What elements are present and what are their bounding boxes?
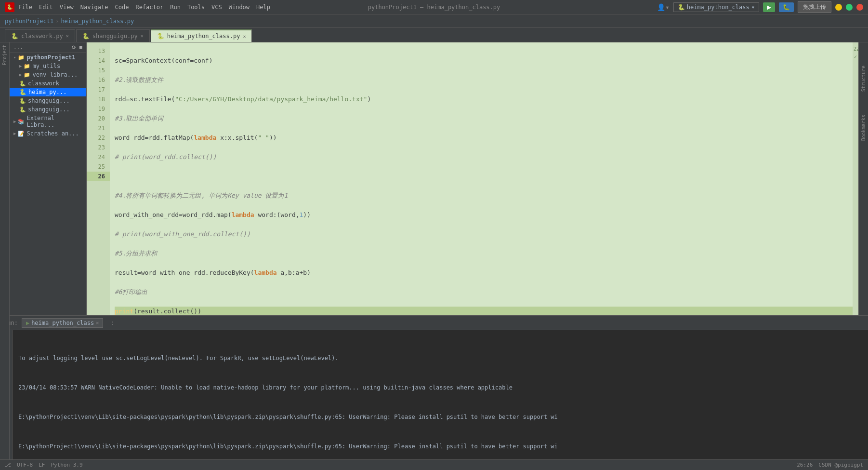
ln-20: 20 xyxy=(87,114,110,123)
menu-view[interactable]: View xyxy=(60,4,74,11)
code-line-15: rdd=sc.textFile("C:/Users/GYH/Desktop/da… xyxy=(115,94,853,104)
ln-16: 16 xyxy=(87,75,110,85)
tab-classwork[interactable]: 🐍 classwork.py ✕ xyxy=(5,29,75,42)
tree-item-myutils[interactable]: ▶ 📁 my_utils xyxy=(10,62,86,70)
code-line-14: #2.读取数据文件 xyxy=(115,75,853,85)
collapse-icon[interactable]: ≡ xyxy=(79,44,82,51)
main-area: Project ... ⟳ ≡ ▾ 📁 pythonProject1 ▶ 📁 m… xyxy=(0,42,868,315)
code-line-18: # print(word_rdd.collect()) xyxy=(115,152,853,162)
right-sidebar: Structure Bookmarks xyxy=(858,42,868,315)
breadcrumb-file[interactable]: heima_python_class.py xyxy=(61,18,134,25)
statusbar-csdn: CSDN @pigpigpl xyxy=(818,462,863,468)
breadcrumb-project[interactable]: pythonProject1 xyxy=(5,18,53,25)
maximize-button[interactable] xyxy=(846,4,853,11)
close-button[interactable] xyxy=(856,4,863,11)
run-tab-heima[interactable]: ▶ heima_python_class ✕ xyxy=(22,318,103,328)
titlebar: 🐍 File Edit View Navigate Code Refactor … xyxy=(0,0,868,14)
menu-file[interactable]: File xyxy=(18,4,32,11)
code-line-16: #3.取出全部单词 xyxy=(115,114,853,123)
output-line-4: E:\pythonProject1\venv\Lib\site-packages… xyxy=(18,442,862,451)
statusbar: ⎇ UTF-8 LF Python 3.9 26:26 CSDN @pigpig… xyxy=(0,459,868,470)
bottom-panel: Run: ▶ heima_python_class ✕ : ▶ ↑ ⚙ ↓ ■ … xyxy=(0,315,868,459)
editor-area[interactable]: 13 14 15 16 17 18 19 20 21 22 23 24 25 2… xyxy=(87,42,858,315)
statusbar-position: 26:26 xyxy=(797,462,813,468)
code-line-17: word_rdd=rdd.flatMap(lambda x:x.split(" … xyxy=(115,133,853,143)
run-button[interactable]: ▶ xyxy=(763,2,775,12)
run-content-area: ▶ ↑ ⚙ ↓ ■ ≡ 🖨 🗑 To adjust logging level … xyxy=(0,330,868,459)
minimize-button[interactable] xyxy=(835,4,842,11)
statusbar-encoding: UTF-8 xyxy=(17,462,33,468)
output-line-2: 23/04/14 08:53:57 WARN NativeCodeLoader:… xyxy=(18,383,862,392)
ln-18: 18 xyxy=(87,94,110,104)
run-tab-separator: : xyxy=(111,319,115,326)
ln-13: 13 xyxy=(87,46,110,56)
ln-24: 24 xyxy=(87,152,110,162)
code-line-21: word_with_one_rdd=word_rdd.map(lambda wo… xyxy=(115,210,853,220)
ln-21: 21 xyxy=(87,123,110,133)
menu-vcs[interactable]: VCS xyxy=(211,4,222,11)
run-output[interactable]: To adjust logging level use sc.setLogLev… xyxy=(13,330,868,459)
tree-item-heima[interactable]: 🐍 heima_py... xyxy=(10,88,86,96)
menu-code[interactable]: Code xyxy=(115,4,129,11)
menu-edit[interactable]: Edit xyxy=(39,4,53,11)
tree-item-scratches[interactable]: ▶ 📝 Scratches an... xyxy=(10,129,86,138)
editor-container: 13 14 15 16 17 18 19 20 21 22 23 24 25 2… xyxy=(87,42,868,315)
tree-item-pythonproject[interactable]: ▾ 📁 pythonProject1 xyxy=(10,53,86,62)
structure-panel-toggle[interactable]: Structure xyxy=(861,66,866,92)
code-line-19 xyxy=(115,172,853,181)
tab-close-heima[interactable]: ✕ xyxy=(243,34,246,39)
statusbar-left: ⎇ UTF-8 LF Python 3.9 xyxy=(5,462,83,468)
ln-22: 22 xyxy=(87,133,110,143)
tab-close-classwork[interactable]: ✕ xyxy=(66,33,69,39)
tree-item-shangguig1[interactable]: 🐍 shangguig... xyxy=(10,96,86,105)
line-numbers: 13 14 15 16 17 18 19 20 21 22 23 24 25 2… xyxy=(87,42,110,315)
run-tab-close[interactable]: ✕ xyxy=(96,320,99,325)
code-line-23: #5.分组并求和 xyxy=(115,249,853,258)
menu-window[interactable]: Window xyxy=(229,4,250,11)
project-panel-toggle[interactable]: Project xyxy=(2,45,7,65)
menu-help[interactable]: Help xyxy=(256,4,270,11)
tab-close-shangguigu[interactable]: ✕ xyxy=(141,33,144,39)
tree-item-classwork[interactable]: 🐍 classwork xyxy=(10,79,86,88)
tab-heima[interactable]: 🐍 heima_python_class.py ✕ xyxy=(151,29,252,42)
debug-button[interactable]: 🐛 xyxy=(779,2,794,12)
git-icon[interactable]: ⎇ xyxy=(5,462,11,468)
menu-bar: File Edit View Navigate Code Refactor Ru… xyxy=(18,4,270,11)
project-panel-title: ... xyxy=(13,44,23,51)
breadcrumb-sep: › xyxy=(55,18,59,25)
ln-26: 26 xyxy=(87,172,110,181)
project-panel-header: ... ⟳ ≡ xyxy=(10,42,86,53)
breadcrumb: pythonProject1 › heima_python_class.py xyxy=(0,14,868,28)
code-editor[interactable]: sc=SparkContext(conf=conf) #2.读取数据文件 rdd… xyxy=(110,42,853,315)
menu-navigate[interactable]: Navigate xyxy=(80,4,108,11)
tab-shangguigu[interactable]: 🐍 shangguigu.py ✕ xyxy=(76,29,150,42)
statusbar-lf: LF xyxy=(39,462,45,468)
tree-item-shangguig2[interactable]: 🐍 shangguig... xyxy=(10,105,86,114)
menu-refactor[interactable]: Refactor xyxy=(135,4,163,11)
run-config-display[interactable]: 🐍 heima_python_class ▾ xyxy=(673,2,759,12)
ln-25: 25 xyxy=(87,162,110,172)
right-controls: 👤▾ 🐍 heima_python_class ▾ ▶ 🐛 拖拽上传 xyxy=(657,1,863,13)
code-line-25: #6打印输出 xyxy=(115,287,853,297)
upload-button[interactable]: 拖拽上传 xyxy=(798,1,831,13)
run-tabbar: Run: ▶ heima_python_class ✕ : xyxy=(0,316,868,330)
menu-run[interactable]: Run xyxy=(170,4,181,11)
tree-item-external[interactable]: ▶ 📚 External Libra... xyxy=(10,114,86,129)
window-title: pythonProject1 – heima_python_class.py xyxy=(368,4,500,11)
code-line-20: #4.将所有单词都转换为二元组, 单词为Key value 设置为1 xyxy=(115,191,853,201)
ln-23: 23 xyxy=(87,143,110,152)
project-panel: ... ⟳ ≡ ▾ 📁 pythonProject1 ▶ 📁 my_utils … xyxy=(10,42,87,315)
ln-15: 15 xyxy=(87,66,110,75)
bottom-left-strip xyxy=(0,330,10,459)
ln-19: 19 xyxy=(87,104,110,114)
code-line-13: sc=SparkContext(conf=conf) xyxy=(115,56,853,66)
sync-icon[interactable]: ⟳ xyxy=(72,44,76,51)
user-icon[interactable]: 👤▾ xyxy=(657,3,669,11)
output-line-3: E:\pythonProject1\venv\Lib\site-packages… xyxy=(18,412,862,422)
tree-item-venv[interactable]: ▶ 📁 venv libra... xyxy=(10,70,86,79)
menu-tools[interactable]: Tools xyxy=(187,4,205,11)
ln-14: 14 xyxy=(87,56,110,66)
editor-right-gutter: 22 ✓ xyxy=(853,42,858,315)
left-panel-strip: Project xyxy=(0,42,10,315)
bookmarks-panel-toggle[interactable]: Bookmarks xyxy=(861,115,866,141)
